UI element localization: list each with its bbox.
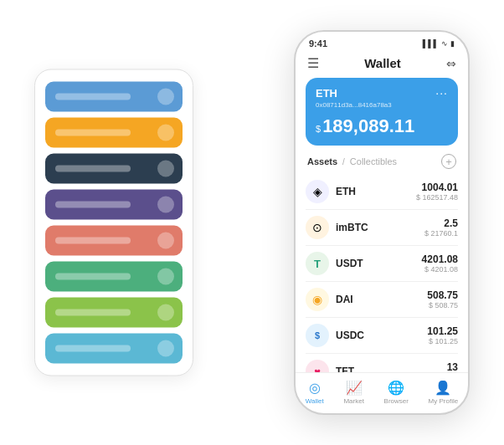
card-stack bbox=[34, 69, 193, 376]
table-row[interactable]: ◈ ETH 1004.01 $ 162517.48 bbox=[306, 174, 458, 210]
asset-amounts: 13 0 bbox=[447, 361, 458, 372]
expand-icon[interactable]: ⇔ bbox=[446, 57, 456, 70]
card-label bbox=[55, 274, 131, 280]
card-icon bbox=[157, 197, 174, 213]
usdt-icon: T bbox=[306, 252, 329, 275]
card-label bbox=[55, 202, 131, 208]
asset-name: USDC bbox=[336, 330, 427, 341]
card-icon bbox=[157, 340, 174, 357]
tft-icon: ♥ bbox=[306, 360, 329, 372]
add-asset-button[interactable]: + bbox=[441, 154, 456, 169]
profile-nav-icon: 👤 bbox=[435, 380, 451, 396]
assets-tabs: Assets / Collectibles bbox=[307, 156, 397, 166]
wallet-nav-icon: ◎ bbox=[309, 380, 321, 396]
asset-name: USDT bbox=[336, 258, 422, 269]
asset-amount: 101.25 bbox=[427, 325, 458, 337]
asset-name: DAI bbox=[336, 294, 427, 305]
asset-name: imBTC bbox=[336, 222, 424, 233]
card-label bbox=[55, 345, 131, 352]
asset-info: imBTC bbox=[336, 222, 424, 233]
table-row[interactable]: ⊙ imBTC 2.5 $ 21760.1 bbox=[306, 210, 458, 246]
assets-header: Assets / Collectibles + bbox=[296, 154, 468, 174]
asset-amounts: 2.5 $ 21760.1 bbox=[424, 217, 458, 238]
card-label bbox=[55, 166, 131, 172]
eth-card-menu[interactable]: ··· bbox=[435, 86, 448, 100]
list-item[interactable] bbox=[45, 154, 183, 184]
table-row[interactable]: $ USDC 101.25 $ 101.25 bbox=[306, 318, 458, 354]
nav-item-market[interactable]: 📈 Market bbox=[343, 380, 363, 405]
list-item[interactable] bbox=[45, 298, 183, 328]
list-item[interactable] bbox=[45, 82, 183, 112]
asset-info: TFT bbox=[336, 366, 447, 372]
browser-nav-icon: 🌐 bbox=[388, 380, 404, 396]
asset-amount: 508.75 bbox=[427, 289, 458, 301]
asset-amount: 4201.08 bbox=[422, 253, 458, 265]
eth-card-address: 0x08711d3a...8416a78a3 bbox=[316, 101, 448, 109]
tab-assets[interactable]: Assets bbox=[307, 156, 337, 166]
eth-icon: ◈ bbox=[306, 180, 329, 203]
nav-item-profile[interactable]: 👤 My Profile bbox=[429, 380, 459, 405]
eth-card-top: ETH ··· bbox=[316, 86, 448, 100]
card-icon bbox=[157, 269, 174, 285]
asset-usd: $ 4201.08 bbox=[422, 265, 458, 274]
balance-amount: 189,089.11 bbox=[322, 115, 414, 136]
phone-header: ☰ Wallet ⇔ bbox=[296, 52, 468, 78]
list-item[interactable] bbox=[45, 262, 183, 292]
asset-amount: 1004.01 bbox=[416, 182, 458, 193]
eth-wallet-card[interactable]: ETH ··· 0x08711d3a...8416a78a3 $189,089.… bbox=[306, 78, 458, 146]
page-title: Wallet bbox=[364, 56, 401, 70]
market-nav-label: Market bbox=[343, 397, 363, 405]
main-scene: 9:41 ▌▌▌ ∿ ▮ ☰ Wallet ⇔ ETH ··· 0x08711d… bbox=[34, 18, 470, 427]
asset-info: USDC bbox=[336, 330, 427, 341]
wifi-icon: ∿ bbox=[441, 39, 448, 48]
phone-mockup: 9:41 ▌▌▌ ∿ ▮ ☰ Wallet ⇔ ETH ··· 0x08711d… bbox=[294, 30, 470, 415]
asset-usd: $ 21760.1 bbox=[424, 229, 458, 238]
usdc-icon: $ bbox=[306, 324, 329, 347]
table-row[interactable]: ♥ TFT 13 0 bbox=[306, 354, 458, 372]
dai-icon: ◉ bbox=[306, 288, 329, 311]
list-item[interactable] bbox=[45, 226, 183, 256]
list-item[interactable] bbox=[45, 190, 183, 220]
asset-amounts: 4201.08 $ 4201.08 bbox=[422, 253, 458, 274]
table-row[interactable]: ◉ DAI 508.75 $ 508.75 bbox=[306, 282, 458, 318]
nav-item-browser[interactable]: 🌐 Browser bbox=[384, 380, 409, 405]
card-label bbox=[55, 130, 131, 136]
tab-collectibles[interactable]: Collectibles bbox=[350, 156, 397, 166]
asset-name: ETH bbox=[336, 186, 416, 197]
card-icon bbox=[157, 304, 174, 321]
card-icon bbox=[157, 161, 174, 177]
browser-nav-label: Browser bbox=[384, 397, 409, 405]
bottom-navigation: ◎ Wallet 📈 Market 🌐 Browser 👤 My Profile bbox=[296, 372, 468, 413]
wallet-nav-label: Wallet bbox=[306, 397, 324, 405]
imbtc-icon: ⊙ bbox=[306, 216, 329, 239]
asset-list: ◈ ETH 1004.01 $ 162517.48 ⊙ imBTC 2.5 $ … bbox=[296, 174, 468, 372]
asset-usd: $ 162517.48 bbox=[416, 193, 458, 202]
asset-usd: $ 101.25 bbox=[427, 337, 458, 345]
menu-icon[interactable]: ☰ bbox=[307, 55, 319, 71]
profile-nav-label: My Profile bbox=[429, 397, 459, 405]
asset-amount: 13 bbox=[447, 361, 458, 372]
nav-item-wallet[interactable]: ◎ Wallet bbox=[306, 380, 324, 405]
asset-info: DAI bbox=[336, 294, 427, 305]
asset-usd: $ 508.75 bbox=[427, 301, 458, 309]
table-row[interactable]: T USDT 4201.08 $ 4201.08 bbox=[306, 246, 458, 282]
list-item[interactable] bbox=[45, 118, 183, 148]
eth-card-name: ETH bbox=[316, 87, 337, 100]
asset-info: USDT bbox=[336, 258, 422, 269]
list-item[interactable] bbox=[45, 334, 183, 364]
market-nav-icon: 📈 bbox=[346, 380, 363, 396]
tab-separator: / bbox=[342, 157, 345, 166]
signal-icon: ▌▌▌ bbox=[423, 39, 439, 48]
eth-card-balance: $189,089.11 bbox=[316, 115, 448, 137]
status-bar: 9:41 ▌▌▌ ∿ ▮ bbox=[296, 32, 468, 52]
card-icon bbox=[157, 89, 174, 105]
card-icon bbox=[157, 125, 174, 141]
asset-amount: 2.5 bbox=[424, 217, 458, 229]
status-time: 9:41 bbox=[309, 38, 327, 49]
asset-name: TFT bbox=[336, 366, 447, 372]
card-label bbox=[55, 309, 131, 316]
asset-amounts: 101.25 $ 101.25 bbox=[427, 325, 458, 345]
asset-amounts: 508.75 $ 508.75 bbox=[427, 289, 458, 309]
card-label bbox=[55, 94, 131, 100]
card-label bbox=[55, 238, 131, 244]
